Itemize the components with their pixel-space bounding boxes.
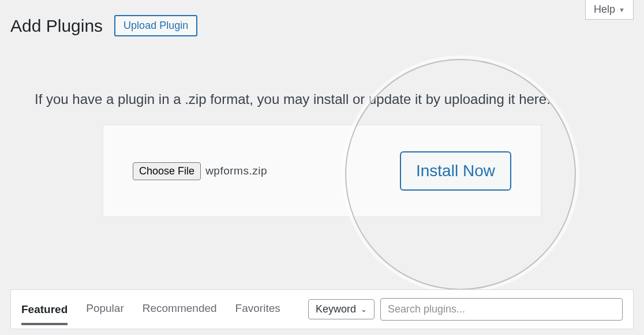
help-tab[interactable]: Help ▼ <box>585 0 634 20</box>
page-header: Add Plugins Upload Plugin <box>0 0 644 36</box>
chevron-down-icon: ▼ <box>619 6 625 13</box>
choose-file-button[interactable]: Choose File <box>133 162 201 180</box>
tab-favorites[interactable]: Favorites <box>235 302 280 317</box>
upload-box: Choose File wpforms.zip Install Now <box>103 125 541 217</box>
tab-recommended[interactable]: Recommended <box>143 302 217 317</box>
search-type-label: Keyword <box>316 303 356 315</box>
tab-featured[interactable]: Featured <box>21 303 68 325</box>
search-group: Keyword ⌄ <box>308 298 623 321</box>
filter-bar: Featured Popular Recommended Favorites K… <box>10 289 634 329</box>
upload-plugin-button[interactable]: Upload Plugin <box>114 15 197 36</box>
chevron-down-icon: ⌄ <box>361 305 367 314</box>
install-now-button[interactable]: Install Now <box>400 151 511 191</box>
search-type-select[interactable]: Keyword ⌄ <box>308 299 375 319</box>
upload-description: If you have a plugin in a .zip format, y… <box>0 36 644 125</box>
help-label: Help <box>594 3 615 16</box>
page-title: Add Plugins <box>10 16 103 36</box>
search-input[interactable] <box>380 298 623 321</box>
file-input-group: Choose File wpforms.zip <box>133 162 267 180</box>
tab-popular[interactable]: Popular <box>86 302 124 317</box>
selected-file-name: wpforms.zip <box>205 165 267 177</box>
